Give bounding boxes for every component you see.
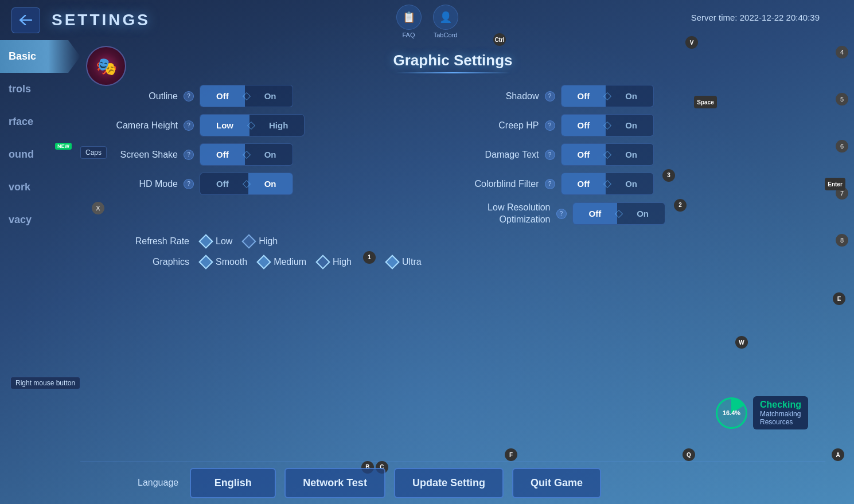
colorblind-filter-label: Colorblind Filter (465, 179, 539, 189)
graphics-high-label: High (333, 257, 352, 267)
network-test-button[interactable]: Network Test (284, 468, 385, 498)
top-nav-icons: 📋 FAQ 👤 TabCord (396, 5, 458, 38)
graphics-smooth-option[interactable]: Smooth (201, 257, 247, 267)
shadow-help[interactable]: ? (545, 91, 555, 101)
sidebar-item-network[interactable]: vork (0, 171, 80, 204)
tabcord-button[interactable]: 👤 TabCord (433, 5, 458, 38)
hd-mode-toggle[interactable]: Off On (200, 173, 293, 195)
creep-hp-off-btn[interactable]: Off (561, 115, 606, 136)
outline-toggle[interactable]: Off On (200, 85, 293, 107)
edge-num-4: 4 (836, 46, 848, 58)
shadow-on-btn[interactable]: On (609, 85, 653, 107)
update-setting-button[interactable]: Update Setting (394, 468, 504, 498)
refresh-high-diamond (242, 234, 256, 248)
language-button[interactable]: English (190, 468, 276, 498)
hd-mode-on-btn[interactable]: On (248, 173, 293, 194)
graphics-row: Graphics Smooth Medium High 1 Ultra (92, 251, 814, 273)
camera-high-btn[interactable]: High (253, 115, 304, 136)
hd-mode-off-btn[interactable]: Off (200, 173, 245, 194)
camera-height-help[interactable]: ? (184, 120, 194, 131)
edge-num-8: 8 (836, 234, 848, 247)
graphics-smooth-diamond (198, 255, 213, 269)
refresh-rate-label: Refresh Rate (115, 236, 189, 247)
camera-height-toggle[interactable]: Low High (200, 114, 305, 136)
screen-shake-setting: Screen Shake ? Off On (103, 143, 442, 166)
graphics-medium-option[interactable]: Medium (259, 257, 306, 267)
right-edge-shortcuts: 4 5 6 7 8 (836, 46, 848, 247)
colorblind-on-btn[interactable]: On (609, 173, 653, 194)
sidebar-item-privacy[interactable]: vacy (0, 204, 80, 236)
refresh-low-label: Low (216, 236, 232, 247)
colorblind-filter-setting: Colorblind Filter ? Off On 3 (465, 173, 803, 195)
screen-shake-on-btn[interactable]: On (248, 144, 293, 165)
screen-shake-label: Screen Shake (103, 150, 178, 160)
edge-num-6: 6 (836, 140, 848, 153)
outline-help[interactable]: ? (184, 91, 194, 101)
tabcord-icon: 👤 (433, 5, 458, 30)
checking-circle: 16.4% (716, 397, 747, 429)
colorblind-filter-toggle[interactable]: Off On (561, 173, 654, 195)
screen-shake-toggle[interactable]: Off On (200, 143, 293, 166)
quit-game-button[interactable]: Quit Game (512, 468, 601, 498)
damage-text-help[interactable]: ? (545, 150, 555, 160)
hd-mode-help[interactable]: ? (184, 179, 194, 189)
colorblind-filter-help[interactable]: ? (545, 179, 555, 189)
network-test-wrapper: B C Network Test (284, 468, 385, 498)
shadow-toggle[interactable]: Off On (561, 85, 654, 107)
settings-grid: Outline ? Off On Shadow ? Off On Camera … (92, 85, 814, 226)
sidebar-item-basic[interactable]: Basic (0, 40, 80, 73)
creep-hp-help[interactable]: ? (545, 120, 555, 131)
edge-num-5: 5 (836, 93, 848, 106)
tabcord-label: TabCord (434, 32, 458, 38)
outline-on-btn[interactable]: On (248, 85, 293, 107)
refresh-low-diamond (198, 234, 213, 248)
refresh-rate-low-option[interactable]: Low (201, 236, 232, 247)
refresh-high-label: High (259, 236, 278, 247)
checking-badge: 16.4% Checking MatchmakingResources (716, 396, 808, 429)
bottom-bar: Language English B C Network Test F Q Up… (80, 461, 825, 504)
damage-text-toggle[interactable]: Off On (561, 143, 654, 166)
shadow-label: Shadow (465, 91, 539, 101)
camera-low-btn[interactable]: Low (200, 115, 249, 136)
hd-mode-label: HD Mode (103, 179, 178, 189)
colorblind-off-btn[interactable]: Off (561, 173, 606, 194)
refresh-rate-high-option[interactable]: High (244, 236, 278, 247)
kbd-q: Q (683, 448, 695, 461)
checking-sub: MatchmakingResources (760, 410, 801, 426)
outline-label: Outline (103, 91, 178, 101)
shadow-off-btn[interactable]: Off (561, 85, 606, 107)
sidebar-item-controls[interactable]: trols (0, 73, 80, 106)
low-resolution-toggle[interactable]: Off On (572, 202, 666, 225)
low-res-off-btn[interactable]: Off (573, 203, 618, 224)
graphics-ultra-option[interactable]: Ultra (387, 257, 422, 267)
graphics-ultra-diamond (385, 255, 399, 269)
shadow-setting: Shadow ? Off On (465, 85, 803, 107)
low-resolution-help[interactable]: ? (556, 209, 567, 219)
back-button[interactable] (11, 7, 40, 33)
x-badge-row: X (103, 202, 442, 226)
graphics-high-option[interactable]: High (318, 257, 352, 267)
screen-shake-help[interactable]: ? (184, 150, 194, 160)
section-title: Graphic Settings (92, 46, 814, 69)
camera-height-setting: Camera Height ? Low High (103, 114, 442, 136)
graphics-high-diamond (315, 255, 330, 269)
hd-mode-setting: HD Mode ? Off On (103, 173, 442, 195)
damage-text-off-btn[interactable]: Off (561, 144, 606, 165)
creep-hp-toggle[interactable]: Off On (561, 114, 654, 136)
kbd-2: 2 (674, 199, 687, 212)
kbd-x: X (92, 202, 104, 214)
low-resolution-label: Low ResolutionOptimization (465, 202, 551, 226)
graphics-label: Graphics (115, 257, 189, 267)
faq-button[interactable]: 📋 FAQ (396, 5, 422, 38)
sidebar-item-sound[interactable]: ound NEW (0, 138, 80, 171)
creep-hp-on-btn[interactable]: On (609, 115, 653, 136)
camera-height-label: Camera Height (103, 120, 178, 131)
screen-shake-off-btn[interactable]: Off (200, 144, 245, 165)
graphics-medium-diamond (256, 255, 271, 269)
low-res-on-btn[interactable]: On (621, 203, 665, 224)
sidebar-item-interface[interactable]: rface (0, 106, 80, 138)
outline-off-btn[interactable]: Off (200, 85, 245, 107)
damage-text-on-btn[interactable]: On (609, 144, 653, 165)
graphics-smooth-label: Smooth (216, 257, 247, 267)
kbd-f: F (505, 448, 517, 461)
